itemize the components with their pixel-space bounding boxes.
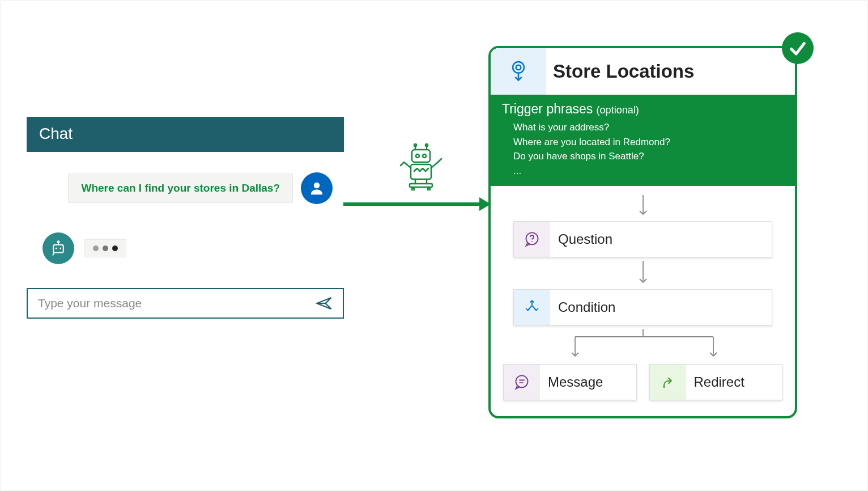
flow-body: Question Condition [491,186,795,416]
chat-input[interactable] [38,297,316,310]
user-message-bubble: Where can I find your stores in Dallas? [68,173,293,203]
typing-dot [93,246,99,251]
flow-branch-row: Message Redirect [503,364,782,400]
chat-title: Chat [39,125,73,142]
trigger-optional-text: (optional) [597,104,639,116]
svg-point-25 [428,188,430,191]
trigger-heading-text: Trigger phrases [502,101,593,116]
flow-arrow [343,193,491,215]
svg-point-43 [663,386,665,388]
trigger-phrase: Where are you located in Redmond? [513,135,784,150]
robot-icon [399,143,442,193]
condition-node[interactable]: Condition [513,289,772,325]
svg-point-10 [416,154,419,158]
chat-question-icon [524,231,540,247]
svg-point-11 [423,154,426,158]
user-avatar-icon [308,180,325,197]
bot-typing-row [42,232,333,264]
redirect-icon [660,374,676,390]
branch-icon [525,299,539,315]
message-node-label: Message [540,365,636,400]
user-message-row: Where can I find your stores in Dallas? [42,172,333,204]
question-node-label: Question [550,222,772,257]
svg-point-5 [59,248,61,249]
trigger-phrase: What is your address? [513,120,784,135]
svg-point-0 [314,183,320,189]
flow-connector [503,261,782,286]
redirect-node[interactable]: Redirect [649,364,783,400]
trigger-icon [509,60,528,83]
flow-branch-connector [503,329,782,361]
svg-point-3 [58,241,59,243]
svg-line-20 [438,159,441,162]
typing-dot [103,246,108,251]
message-node[interactable]: Message [503,364,637,400]
svg-rect-9 [412,150,430,162]
chat-window: Chat Where can I find your stores in Dal… [27,117,344,319]
typing-indicator [84,239,126,257]
trigger-phrase: ... [513,164,784,179]
flow-title-row: Store Locations [491,48,795,95]
trigger-heading: Trigger phrases (optional) [502,101,784,117]
typing-dot [112,246,118,251]
svg-line-18 [401,162,404,166]
svg-point-27 [516,65,521,70]
send-icon[interactable] [316,296,333,311]
trigger-phrase: Do you have shops in Seattle? [513,149,784,164]
chat-body: Where can I find your stores in Dallas? [27,152,344,288]
svg-point-26 [513,62,524,73]
chat-header: Chat [27,117,344,152]
flow-title: Store Locations [546,48,795,95]
trigger-phrases-section: Trigger phrases (optional) What is your … [491,95,795,186]
svg-point-24 [412,188,414,191]
bot-avatar [42,232,74,264]
checkmark-icon [788,39,807,58]
user-avatar [301,172,333,204]
svg-rect-1 [53,245,63,253]
topic-flow-card: Store Locations Trigger phrases (optiona… [488,46,797,418]
svg-point-31 [531,241,533,242]
svg-line-19 [431,162,438,168]
trigger-icon-box [491,48,546,95]
success-badge [782,32,814,64]
trigger-phrases-list: What is your address? Where are you loca… [502,117,784,178]
redirect-node-label: Redirect [686,365,782,400]
condition-node-label: Condition [550,290,772,325]
svg-rect-23 [410,184,432,187]
user-message-text: Where can I find your stores in Dallas? [81,182,280,194]
flow-connector [503,195,782,218]
bot-avatar-icon [50,240,67,257]
question-node[interactable]: Question [513,221,772,257]
chat-input-row [27,288,344,319]
svg-line-17 [404,162,411,168]
chat-message-icon [514,374,530,390]
svg-point-40 [516,375,528,387]
svg-point-4 [56,248,57,249]
